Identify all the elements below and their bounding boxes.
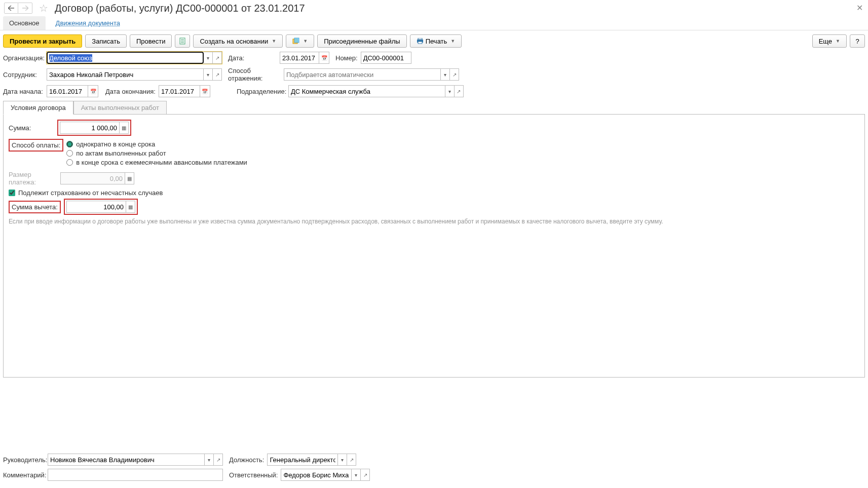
dropdown-icon[interactable]: ▾ [338, 454, 347, 466]
print-button[interactable]: Печать▼ [410, 34, 462, 48]
employee-input[interactable] [47, 68, 204, 81]
open-icon[interactable]: ↗ [213, 68, 222, 81]
open-icon[interactable]: ↗ [450, 68, 459, 81]
dept-label: Подразделение: [237, 88, 285, 95]
dropdown-icon[interactable]: ▾ [205, 454, 214, 466]
org-label: Организация: [3, 54, 44, 62]
section-tab-main[interactable]: Основное [3, 16, 46, 30]
post-and-close-button[interactable]: Провести и закрыть [3, 34, 82, 48]
open-icon[interactable]: ↗ [213, 52, 222, 64]
calendar-icon[interactable]: 📅 [88, 85, 98, 97]
employee-label: Сотрудник: [3, 71, 44, 79]
dropdown-icon[interactable]: ▾ [204, 52, 213, 64]
responsible-label: Ответственный: [229, 471, 278, 479]
dropdown-icon[interactable]: ▾ [352, 469, 361, 481]
open-icon[interactable]: ↗ [455, 85, 464, 97]
end-date-label: Дата окончания: [105, 88, 156, 95]
pay-method-label: Способ оплаты: [9, 139, 63, 152]
pay-opt3-label: в конце срока с ежемесячными авансовыми … [76, 159, 247, 166]
pay-opt3-radio[interactable] [66, 159, 73, 166]
manager-label: Руководитель: [3, 456, 45, 464]
favorite-star-icon[interactable]: ☆ [37, 2, 50, 14]
insurance-label: Подлежит страхованию от несчастных случа… [18, 189, 163, 197]
payment-size-label: Размер платежа: [9, 171, 57, 186]
calc-icon[interactable]: ▦ [126, 201, 135, 213]
page-title: Договор (работы, услуги) ДС00-000001 от … [55, 3, 305, 14]
number-input[interactable] [361, 52, 411, 64]
calc-icon: ▦ [125, 172, 134, 184]
open-icon[interactable]: ↗ [347, 454, 356, 466]
comment-label: Комментарий: [3, 471, 45, 479]
dropdown-icon[interactable]: ▾ [204, 68, 213, 81]
svg-rect-5 [294, 38, 299, 43]
help-button[interactable]: ? [850, 34, 865, 48]
number-label: Номер: [335, 54, 358, 62]
svg-rect-6 [418, 38, 422, 40]
manager-input[interactable] [48, 454, 205, 466]
forward-button[interactable] [18, 3, 32, 14]
calendar-icon[interactable]: 📅 [319, 52, 329, 64]
insurance-checkbox[interactable] [9, 190, 15, 196]
close-icon[interactable]: ✕ [856, 3, 863, 13]
comment-input[interactable] [48, 469, 223, 481]
post-button[interactable]: Провести [130, 34, 172, 48]
responsible-input[interactable] [281, 469, 352, 481]
back-button[interactable] [4, 3, 18, 14]
start-date-label: Дата начала: [3, 88, 44, 95]
org-input[interactable] [47, 52, 204, 64]
chevron-down-icon: ▼ [303, 39, 308, 44]
tab-acts[interactable]: Акты выполненных работ [73, 101, 167, 115]
end-date-input[interactable] [159, 85, 200, 97]
sum-input[interactable] [60, 122, 120, 134]
position-input[interactable] [267, 454, 338, 466]
pay-opt1-radio[interactable] [66, 141, 73, 147]
chevron-down-icon: ▼ [450, 39, 455, 44]
reflect-input[interactable] [284, 68, 441, 81]
chevron-down-icon: ▼ [272, 39, 276, 44]
save-button[interactable]: Записать [85, 34, 127, 48]
position-label: Должность: [229, 456, 264, 464]
svg-rect-8 [418, 42, 422, 44]
sum-label: Сумма: [9, 124, 54, 132]
open-icon[interactable]: ↗ [361, 469, 370, 481]
open-icon[interactable]: ↗ [214, 454, 223, 466]
report-icon-button[interactable] [175, 34, 190, 48]
dropdown-icon[interactable]: ▾ [445, 85, 455, 97]
payment-size-input [60, 172, 125, 184]
attached-files-button[interactable]: Присоединенные файлы [317, 34, 407, 48]
reflect-label: Способ отражения: [228, 67, 281, 82]
tab-conditions[interactable]: Условия договора [3, 101, 73, 115]
deduction-label: Сумма вычета: [9, 201, 61, 213]
dropdown-icon[interactable]: ▾ [441, 68, 450, 81]
more-button[interactable]: Еще▼ [812, 34, 847, 48]
create-based-button[interactable]: Создать на основании▼ [193, 34, 283, 48]
chevron-down-icon: ▼ [836, 39, 840, 44]
deduction-input[interactable] [66, 201, 126, 213]
dept-input[interactable] [288, 85, 445, 97]
start-date-input[interactable] [47, 85, 88, 97]
calendar-icon[interactable]: 📅 [200, 85, 210, 97]
section-tab-movements[interactable]: Движения документа [50, 16, 126, 30]
pay-opt1-label: однократно в конце срока [76, 140, 155, 148]
printer-icon [417, 38, 424, 44]
pay-opt2-radio[interactable] [66, 150, 73, 157]
calc-icon[interactable]: ▦ [120, 122, 129, 134]
deduction-hint: Если при вводе информации о договоре раб… [9, 218, 859, 225]
date-label: Дата: [228, 54, 277, 62]
pay-opt2-label: по актам выполненных работ [76, 149, 166, 157]
link-icon-button[interactable]: ▼ [286, 34, 314, 48]
date-input[interactable] [280, 52, 319, 64]
